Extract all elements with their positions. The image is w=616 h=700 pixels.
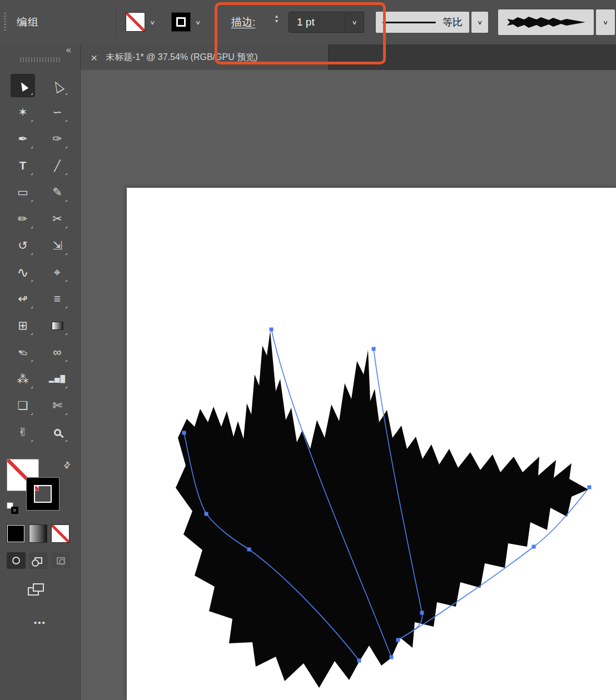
draw-behind-button[interactable]: [29, 552, 48, 569]
gradient-tool-icon: [52, 322, 63, 330]
draw-inside-button[interactable]: [51, 552, 70, 569]
edit-toolbar-button[interactable]: •••: [34, 618, 46, 627]
direct-selection-tool-icon: △: [49, 76, 66, 95]
line-tool-icon: ╱: [54, 159, 60, 172]
anchor-point[interactable]: [357, 659, 361, 663]
document-tab[interactable]: × 未标题-1* @ 37.54% (RGB/GPU 预览): [81, 44, 329, 70]
anchor-point[interactable]: [182, 431, 186, 435]
tab-title: 未标题-1* @ 37.54% (RGB/GPU 预览): [106, 52, 257, 63]
change-screen-mode-button[interactable]: [28, 583, 46, 597]
tool-pencil[interactable]: ✏: [11, 207, 35, 231]
options-bar: 编组 ∨ ∨ 描边: ▴ ▾ 1 pt ∨ 等比 ∨: [0, 0, 616, 44]
tool-symbol-sprayer[interactable]: ⁂: [11, 367, 35, 391]
anchor-point[interactable]: [390, 656, 394, 659]
width-tool-icon: ∿: [17, 264, 29, 281]
tool-hand[interactable]: ✌: [11, 421, 35, 444]
tool-rotate-view[interactable]: ↫: [11, 287, 35, 311]
tool-scale[interactable]: ⇲: [45, 234, 69, 257]
panel-grip[interactable]: [20, 57, 60, 62]
anchor-point[interactable]: [396, 638, 400, 642]
stroke-swatch[interactable]: [171, 12, 191, 32]
apply-color-button[interactable]: [7, 524, 25, 543]
width-profile-label: 等比: [443, 16, 463, 29]
tool-pin[interactable]: ⌖: [45, 261, 69, 284]
brush-definition-control[interactable]: [498, 9, 594, 35]
anchor-point[interactable]: [588, 486, 592, 489]
tab-close-icon[interactable]: ×: [91, 52, 97, 63]
anchor-point[interactable]: [420, 611, 424, 615]
stroke-indicator[interactable]: [27, 478, 59, 510]
tool-artboard[interactable]: ❏: [11, 394, 35, 417]
mesh-tool-icon: ⊞: [18, 319, 28, 332]
stroke-weight-chevron-down-icon[interactable]: ∨: [345, 15, 364, 30]
slice-tool-icon: ✄: [52, 399, 62, 412]
lasso-tool-icon: ∽: [52, 106, 62, 119]
apply-gradient-button[interactable]: [29, 524, 47, 543]
tool-scissors[interactable]: ✂: [45, 207, 69, 231]
tool-paintbrush[interactable]: ✎: [45, 181, 69, 204]
graph-tool-icon: ▂▅█: [49, 375, 66, 383]
anchor-point[interactable]: [247, 548, 251, 552]
draw-behind-icon: [34, 557, 42, 564]
tool-mesh[interactable]: ⊞: [11, 314, 35, 337]
anchor-point[interactable]: [270, 328, 274, 332]
brush-preview-icon: [504, 14, 588, 30]
fill-swatch-none[interactable]: [126, 12, 145, 32]
draw-normal-button[interactable]: [7, 552, 26, 569]
artboard[interactable]: [127, 188, 616, 700]
tool-slice[interactable]: ✄: [45, 394, 69, 417]
canvas-area[interactable]: [81, 70, 616, 700]
selection-tool-icon: ▲: [13, 76, 32, 96]
anchor-point[interactable]: [205, 512, 208, 516]
stroke-weight-input[interactable]: 1 pt ∨: [289, 12, 364, 33]
paintbrush-tool-icon: ✎: [52, 186, 62, 199]
tool-direct-selection[interactable]: △: [45, 74, 69, 97]
tool-type[interactable]: T: [11, 154, 35, 177]
anchor-point[interactable]: [532, 545, 536, 549]
swap-fill-stroke-icon[interactable]: ⇄: [61, 459, 73, 471]
curvature-tool-icon: ✑: [52, 132, 62, 146]
artboard-tool-icon: ❏: [18, 399, 28, 412]
stroke-color-control: ∨: [171, 12, 202, 32]
tool-curvature[interactable]: ✑: [45, 127, 69, 151]
fill-chevron-down-icon[interactable]: ∨: [148, 19, 157, 26]
stroke-weight-value[interactable]: 1 pt: [289, 16, 345, 28]
rotate-view-tool-icon: ↫: [18, 292, 28, 306]
tool-magic-wand[interactable]: ✶: [11, 101, 35, 124]
pencil-tool-icon: ✏: [18, 212, 28, 226]
tool-rectangle[interactable]: ▭: [11, 181, 35, 204]
perspective-tool-icon: ≡: [54, 292, 61, 306]
toolbar-panel: « ▲△✶∽✒✑T╱▭✎✏✂↺⇲∿⌖↫≡⊞✑∞⁂▂▅█❏✄✌ ⇄: [0, 44, 81, 700]
tool-pen[interactable]: ✒: [11, 127, 35, 151]
width-profile-control[interactable]: 等比: [376, 12, 469, 33]
options-bar-grip[interactable]: [4, 13, 6, 32]
apply-none-button[interactable]: [51, 524, 69, 543]
tool-rotate[interactable]: ↺: [11, 234, 35, 257]
tool-blend[interactable]: ∞: [45, 341, 69, 364]
hand-tool-icon: ✌: [18, 426, 28, 439]
tool-gradient[interactable]: [45, 314, 69, 337]
stepper-down-icon[interactable]: ▾: [275, 18, 278, 23]
stroke-panel-link[interactable]: 描边:: [231, 0, 255, 44]
default-fill-stroke-icon[interactable]: [7, 502, 19, 514]
tool-lasso[interactable]: ∽: [45, 101, 69, 124]
tool-graph[interactable]: ▂▅█: [45, 367, 69, 391]
stroke-weight-stepper[interactable]: ▴ ▾: [275, 13, 278, 23]
tool-eyedropper[interactable]: ✑: [11, 341, 35, 364]
blend-tool-icon: ∞: [53, 346, 62, 359]
tool-zoom[interactable]: [45, 421, 69, 444]
tools-grid: ▲△✶∽✒✑T╱▭✎✏✂↺⇲∿⌖↫≡⊞✑∞⁂▂▅█❏✄✌: [6, 72, 74, 446]
fill-stroke-indicator: ⇄: [7, 459, 74, 514]
artwork: [127, 188, 616, 700]
tool-perspective[interactable]: ≡: [45, 287, 69, 311]
tool-width[interactable]: ∿: [11, 261, 35, 284]
collapse-panel-button[interactable]: «: [66, 44, 71, 56]
width-profile-chevron-down-icon[interactable]: ∨: [471, 12, 488, 33]
stroke-chevron-down-icon[interactable]: ∨: [193, 19, 202, 26]
pen-tool-icon: ✒: [18, 132, 28, 146]
magic-wand-tool-icon: ✶: [18, 106, 28, 119]
tool-selection[interactable]: ▲: [11, 74, 35, 97]
brush-chevron-down-icon[interactable]: ∨: [596, 9, 615, 35]
tool-line[interactable]: ╱: [45, 154, 69, 177]
anchor-point[interactable]: [372, 347, 376, 351]
